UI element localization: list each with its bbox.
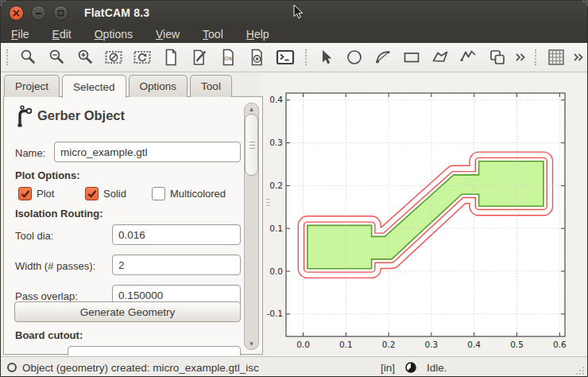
- width-passes-label: Width (# passes):: [15, 260, 95, 272]
- select-arrow-icon[interactable]: [315, 47, 336, 68]
- draw-polyline-icon[interactable]: [458, 47, 479, 68]
- zoom-out-icon[interactable]: [46, 47, 67, 68]
- file-ok-icon[interactable]: Ok: [218, 47, 238, 68]
- panel-scrollbar[interactable]: ▲ ▼: [244, 103, 259, 350]
- scrollbar-thumb[interactable]: [245, 114, 258, 176]
- menu-item-view[interactable]: View: [156, 28, 180, 41]
- svg-text:0.1: 0.1: [269, 223, 283, 233]
- resize-grip[interactable]: [574, 365, 585, 375]
- grid-snap-icon[interactable]: [546, 47, 567, 68]
- zoom-in-icon[interactable]: [75, 47, 95, 68]
- gerber-object-icon: [14, 105, 35, 129]
- overflow-chevron-icon[interactable]: [513, 47, 528, 68]
- draw-polygon-icon[interactable]: [430, 47, 451, 68]
- menu-item-file[interactable]: File: [11, 28, 29, 41]
- menu-item-options[interactable]: Options: [95, 28, 133, 41]
- toolbar: Ok: [1, 43, 587, 72]
- svg-text:0.6: 0.6: [553, 340, 567, 349]
- isolation-routing-label: Isolation Routing:: [15, 208, 103, 220]
- tool-dia-label: Tool dia:: [15, 230, 53, 242]
- duplicate-shape-icon[interactable]: [487, 47, 508, 68]
- draw-arc-icon[interactable]: [373, 47, 393, 68]
- minimize-icon[interactable]: [31, 6, 46, 21]
- plot-checkbox-label: Plot: [37, 188, 54, 200]
- svg-text:0.0: 0.0: [269, 266, 283, 276]
- overflow-chevron-icon[interactable]: [572, 47, 586, 68]
- notebook-tabs: Project Selected Options Tool: [4, 75, 234, 97]
- units-label: [in]: [381, 362, 395, 374]
- svg-text:0.5: 0.5: [510, 340, 524, 349]
- maximize-icon[interactable]: [53, 6, 68, 21]
- generate-geometry-button[interactable]: Generate Geometry: [14, 301, 241, 322]
- replot-icon[interactable]: [132, 47, 153, 68]
- svg-text:0.3: 0.3: [269, 138, 283, 147]
- draw-circle-icon[interactable]: [344, 47, 365, 68]
- clear-plot-icon[interactable]: [103, 47, 124, 68]
- svg-text:0.1: 0.1: [339, 340, 353, 349]
- close-icon[interactable]: [9, 6, 24, 21]
- plot-options-label: Plot Options:: [15, 169, 80, 181]
- svg-text:0.0: 0.0: [296, 340, 310, 349]
- flatcam-window: FlatCAM 8.3 FileEditOptionsViewToolHelp: [0, 0, 588, 377]
- toolbar-drag-handle[interactable]: [305, 49, 308, 65]
- edit-file-icon[interactable]: [189, 47, 210, 68]
- progress-pie-icon: [405, 362, 416, 373]
- plot-options-row: Plot Solid Multicolored: [4, 186, 262, 202]
- pass-overlap-label: Pass overlap:: [15, 290, 78, 302]
- tab-project[interactable]: Project: [4, 75, 60, 97]
- board-cutout-label: Board cutout:: [15, 329, 83, 341]
- width-passes-input[interactable]: [112, 255, 241, 275]
- idle-label: Idle.: [427, 362, 447, 374]
- svg-text:0.2: 0.2: [382, 340, 396, 349]
- svg-text:Ok: Ok: [223, 55, 232, 62]
- svg-text:0.4: 0.4: [467, 340, 481, 349]
- svg-text:-0.1: -0.1: [267, 309, 284, 318]
- zoom-fit-icon[interactable]: [17, 47, 38, 68]
- status-indicator-icon: [7, 363, 17, 372]
- toolbar-drag-handle[interactable]: [535, 49, 537, 65]
- cancel-file-icon[interactable]: [246, 47, 267, 68]
- scroll-down-icon[interactable]: ▼: [245, 338, 258, 349]
- tab-tool[interactable]: Tool: [190, 75, 232, 97]
- tab-options[interactable]: Options: [129, 75, 188, 97]
- status-bar: Object (geometry) created: micro_example…: [1, 356, 587, 377]
- tab-selected[interactable]: Selected: [62, 75, 126, 98]
- plot-checkbox[interactable]: [18, 187, 32, 200]
- toolbar-drag-handle[interactable]: [6, 49, 9, 65]
- panel-title: Gerber Object: [37, 108, 125, 123]
- mouse-cursor: [293, 5, 304, 21]
- name-label: Name:: [15, 147, 45, 159]
- menu-item-edit[interactable]: Edit: [52, 28, 72, 41]
- multicolored-checkbox[interactable]: [152, 187, 165, 200]
- cutout-tool-dia-input-partial[interactable]: [68, 346, 241, 356]
- menu-item-tool[interactable]: Tool: [203, 28, 223, 41]
- name-input[interactable]: [54, 142, 241, 162]
- scroll-up-icon[interactable]: ▲: [245, 103, 258, 115]
- shell-icon[interactable]: [275, 47, 296, 68]
- gerber-plot: 0.00.10.20.30.40.50.60.40.30.20.10.0-0.1: [263, 72, 588, 356]
- solid-checkbox-label: Solid: [103, 188, 126, 200]
- svg-text:0.3: 0.3: [425, 340, 439, 349]
- status-message: Object (geometry) created: micro_example…: [22, 362, 259, 374]
- solid-checkbox[interactable]: [85, 187, 99, 200]
- selected-tab-panel: Gerber Object Name: Plot Options: Plot S…: [3, 96, 263, 355]
- draw-rectangle-icon[interactable]: [401, 47, 422, 68]
- menu-bar: FileEditOptionsViewToolHelp: [1, 25, 587, 43]
- new-file-icon[interactable]: [161, 47, 181, 68]
- window-title: FlatCAM 8.3: [84, 6, 149, 19]
- svg-text:0.2: 0.2: [269, 181, 283, 190]
- tool-dia-input[interactable]: [112, 224, 241, 245]
- splitter-handle[interactable]: [266, 196, 270, 206]
- plot-canvas[interactable]: 0.00.10.20.30.40.50.60.40.30.20.10.0-0.1: [263, 72, 588, 356]
- svg-text:0.4: 0.4: [269, 95, 283, 104]
- menu-item-help[interactable]: Help: [246, 28, 269, 41]
- multicolored-checkbox-label: Multicolored: [170, 188, 226, 200]
